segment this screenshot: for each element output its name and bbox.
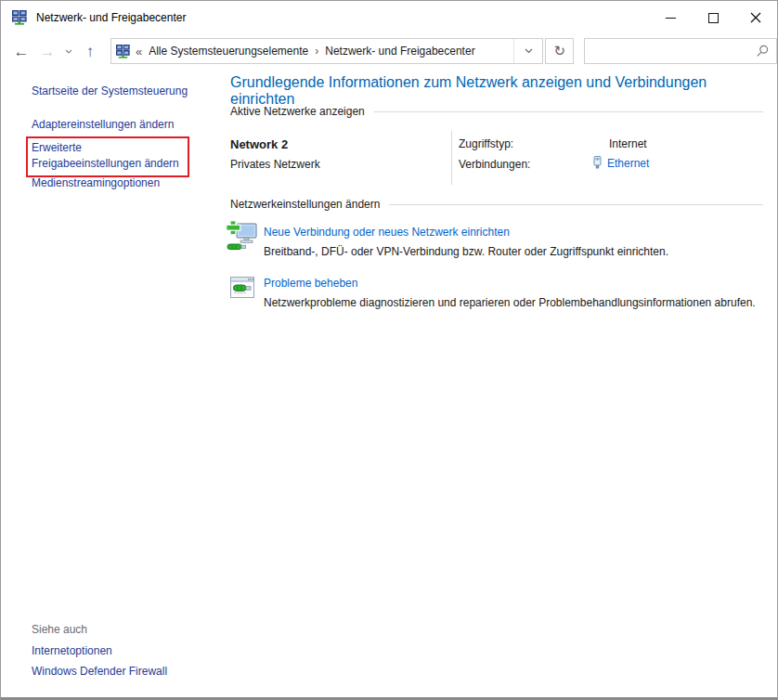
forward-button[interactable]: →: [34, 37, 60, 65]
sidebar-item-media-streaming-options[interactable]: Medienstreamingoptionen: [32, 176, 160, 189]
sidebar-item-advanced-sharing-settings[interactable]: Erweiterte Freigabeeinstellungen ändern: [32, 140, 184, 172]
navigation-bar: ← → ↑: [1, 34, 777, 68]
network-sharing-center-icon: [116, 45, 130, 58]
sidebar-item-windows-defender-firewall[interactable]: Windows Defender Firewall: [32, 665, 167, 678]
network-type: Privates Netzwerk: [230, 158, 320, 171]
chevron-down-icon: [65, 49, 72, 54]
network-sharing-center-icon: [12, 10, 27, 25]
search-icon[interactable]: [756, 45, 769, 58]
section-title: Netzwerkeinstellungen ändern: [230, 198, 380, 211]
minimize-icon: [666, 18, 676, 19]
titlebar: Netzwerk- und Freigabecenter: [1, 1, 777, 34]
ethernet-icon: [592, 156, 603, 170]
address-bar[interactable]: « Alle Systemsteuerungselemente › Netzwe…: [110, 38, 543, 64]
window-title: Netzwerk- und Freigabecenter: [36, 11, 186, 24]
access-type-label: Zugriffstyp:: [459, 137, 513, 150]
section-active-networks: Aktive Netzwerke anzeigen: [230, 105, 763, 118]
window-controls: [649, 1, 777, 34]
section-divider: [374, 111, 763, 112]
see-also-header: Siehe auch: [32, 623, 87, 636]
connections-value: Ethernet: [607, 157, 649, 170]
chevron-down-icon: [525, 48, 533, 54]
breadcrumb: « Alle Systemsteuerungselemente › Netzwe…: [136, 45, 475, 58]
back-button[interactable]: ←: [8, 37, 34, 65]
refresh-icon: ↻: [554, 43, 566, 59]
sidebar-item-control-panel-home[interactable]: Startseite der Systemsteuerung: [32, 84, 188, 97]
column-divider: [451, 131, 452, 185]
annotation-highlight: Erweiterte Freigabeeinstellungen ändern: [26, 136, 189, 177]
forward-icon: →: [39, 44, 55, 59]
setup-new-connection-link[interactable]: Neue Verbindung oder neues Netzwerk einr…: [264, 226, 510, 239]
breadcrumb-collapse[interactable]: «: [136, 45, 142, 58]
up-icon: ↑: [86, 44, 95, 59]
page-title: Grundlegende Informationen zum Netzwerk …: [230, 74, 773, 108]
troubleshoot-problems-link[interactable]: Probleme beheben: [264, 277, 357, 290]
back-icon: ←: [13, 44, 29, 59]
troubleshoot-problems-description: Netzwerkprobleme diagnostizieren und rep…: [264, 295, 778, 311]
search-box: [584, 38, 777, 64]
minimize-button[interactable]: [649, 1, 692, 34]
section-change-network-settings: Netzwerkeinstellungen ändern: [230, 198, 763, 211]
recent-pages-button[interactable]: [60, 37, 77, 65]
network-name: Network 2: [230, 137, 288, 151]
connections-label: Verbindungen:: [459, 158, 530, 171]
close-button[interactable]: [734, 1, 777, 34]
breadcrumb-item-network-sharing-center[interactable]: Netzwerk- und Freigabecenter: [325, 45, 474, 58]
sidebar-item-change-adapter-settings[interactable]: Adaptereinstellungen ändern: [32, 118, 174, 131]
section-title: Aktive Netzwerke anzeigen: [230, 105, 365, 118]
ethernet-connection-link[interactable]: Ethernet: [592, 156, 649, 170]
search-input[interactable]: [585, 40, 756, 62]
section-divider: [389, 204, 763, 205]
close-icon: [750, 12, 761, 23]
setup-new-connection-description: Breitband-, DFÜ- oder VPN-Verbindung bzw…: [264, 244, 778, 260]
access-type-value: Internet: [609, 137, 647, 150]
up-button[interactable]: ↑: [77, 37, 103, 65]
network-sharing-center-window: Netzwerk- und Freigabecenter ← → ↑: [0, 0, 778, 700]
sidebar-item-internet-options[interactable]: Internetoptionen: [32, 644, 112, 657]
maximize-button[interactable]: [692, 1, 734, 34]
address-dropdown-button[interactable]: [513, 39, 542, 63]
breadcrumb-item-all-control-panel-items[interactable]: Alle Systemsteuerungselemente: [149, 45, 308, 58]
maximize-icon: [708, 13, 719, 23]
active-network-row: Network 2 Privates Netzwerk Zugriffstyp:…: [230, 131, 763, 187]
refresh-button[interactable]: ↻: [545, 38, 574, 64]
troubleshoot-problems-icon: [227, 273, 257, 305]
breadcrumb-separator-icon[interactable]: ›: [315, 45, 318, 58]
new-connection-icon: [226, 220, 259, 254]
